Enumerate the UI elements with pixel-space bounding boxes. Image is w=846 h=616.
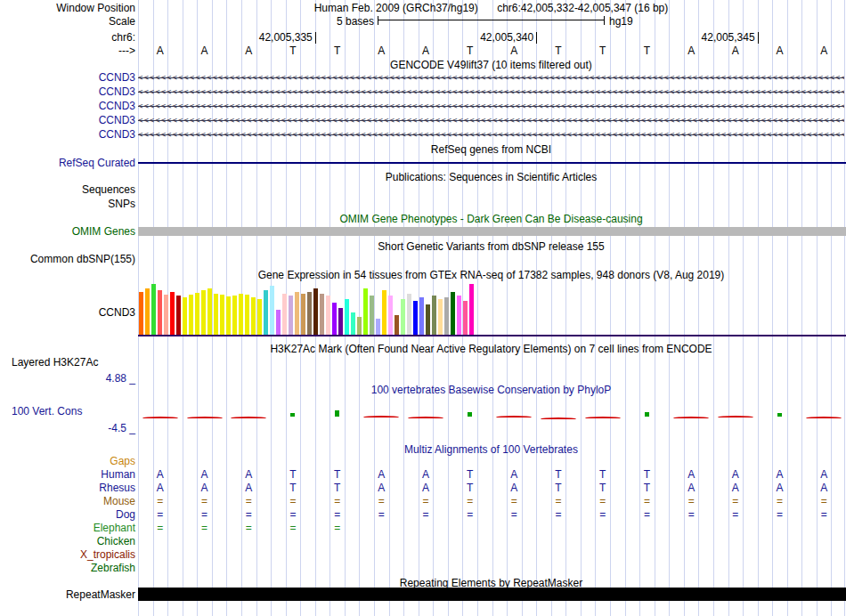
multiz-alignment-cell: T bbox=[315, 468, 360, 481]
multiz-alignment-cell: = bbox=[315, 508, 360, 521]
multiz-alignment-cell: A bbox=[226, 468, 271, 481]
multiz-alignment-cell: = bbox=[315, 522, 360, 534]
multiz-alignment-cell: = bbox=[713, 508, 758, 521]
multiz-alignment-cell: A bbox=[403, 482, 448, 494]
multiz-alignment-cell: = bbox=[669, 495, 713, 507]
multiz-alignment-cell: = bbox=[625, 495, 670, 507]
multiz-alignment-cell: = bbox=[183, 522, 227, 534]
multiz-species-label[interactable]: Mouse bbox=[0, 495, 135, 507]
multiz-alignment-cell: = bbox=[758, 495, 802, 507]
multiz-alignment-cell: = bbox=[448, 508, 492, 521]
multiz-alignment[interactable]: GapsHumanAAATTAATATTTAAAARhesusAAATTAATA… bbox=[0, 0, 846, 616]
multiz-alignment-cell: = bbox=[448, 495, 492, 507]
multiz-alignment-cell: A bbox=[138, 482, 183, 494]
multiz-alignment-cell: T bbox=[625, 468, 670, 481]
repeatmasker-label[interactable]: RepeatMasker bbox=[0, 588, 135, 601]
multiz-alignment-cell: = bbox=[183, 508, 227, 521]
multiz-alignment-cell: = bbox=[492, 495, 537, 507]
multiz-alignment-cell: = bbox=[536, 495, 581, 507]
multiz-alignment-cell: = bbox=[271, 495, 315, 507]
multiz-alignment-cell: = bbox=[315, 495, 360, 507]
multiz-alignment-cell: T bbox=[271, 482, 315, 494]
multiz-alignment-cell: T bbox=[581, 482, 625, 494]
multiz-alignment-cell: A bbox=[183, 468, 227, 481]
multiz-alignment-cell: A bbox=[713, 482, 758, 494]
multiz-alignment-cell: = bbox=[625, 508, 670, 521]
multiz-species-label[interactable]: X_tropicalis bbox=[0, 548, 135, 561]
multiz-alignment-cell: = bbox=[226, 522, 271, 534]
multiz-alignment-cell: = bbox=[226, 508, 271, 521]
multiz-species-label[interactable]: Zebrafish bbox=[0, 562, 135, 574]
multiz-alignment-cell: A bbox=[492, 468, 537, 481]
multiz-alignment-cell: = bbox=[536, 508, 581, 521]
multiz-alignment-cell: T bbox=[315, 482, 360, 494]
multiz-alignment-cell: T bbox=[625, 482, 670, 494]
multiz-species-label[interactable]: Elephant bbox=[0, 522, 135, 534]
multiz-alignment-cell: A bbox=[801, 482, 846, 494]
multiz-alignment-cell: = bbox=[492, 508, 537, 521]
multiz-alignment-cell: A bbox=[403, 468, 448, 481]
multiz-alignment-cell: A bbox=[359, 482, 403, 494]
multiz-species-label[interactable]: Dog bbox=[0, 508, 135, 521]
multiz-alignment-cell: A bbox=[758, 482, 802, 494]
multiz-alignment-cell: A bbox=[669, 468, 713, 481]
multiz-alignment-cell: A bbox=[713, 468, 758, 481]
multiz-alignment-cell: = bbox=[138, 508, 183, 521]
multiz-alignment-cell: = bbox=[581, 508, 625, 521]
multiz-alignment-cell: A bbox=[359, 468, 403, 481]
multiz-alignment-cell: A bbox=[138, 468, 183, 481]
multiz-alignment-cell: = bbox=[669, 508, 713, 521]
multiz-alignment-cell: = bbox=[226, 495, 271, 507]
multiz-species-label[interactable]: Human bbox=[0, 468, 135, 481]
multiz-alignment-cell: A bbox=[226, 482, 271, 494]
multiz-alignment-cell: = bbox=[359, 495, 403, 507]
multiz-alignment-cell: T bbox=[536, 468, 581, 481]
multiz-alignment-cell: A bbox=[492, 482, 537, 494]
multiz-alignment-cell: A bbox=[801, 468, 846, 481]
multiz-alignment-cell: T bbox=[536, 482, 581, 494]
multiz-species-label[interactable]: Chicken bbox=[0, 535, 135, 547]
multiz-alignment-cell: T bbox=[448, 468, 492, 481]
multiz-alignment-cell: = bbox=[801, 495, 846, 507]
multiz-alignment-cell: T bbox=[271, 468, 315, 481]
multiz-species-label[interactable]: Gaps bbox=[0, 455, 135, 467]
multiz-alignment-cell: = bbox=[271, 508, 315, 521]
multiz-alignment-cell: = bbox=[183, 495, 227, 507]
multiz-alignment-cell: = bbox=[271, 522, 315, 534]
multiz-alignment-cell: A bbox=[183, 482, 227, 494]
multiz-alignment-cell: A bbox=[758, 468, 802, 481]
multiz-alignment-cell: = bbox=[403, 508, 448, 521]
multiz-alignment-cell: = bbox=[138, 495, 183, 507]
multiz-alignment-cell: = bbox=[801, 508, 846, 521]
genome-browser: Window Position Human Feb. 2009 (GRCh37/… bbox=[0, 0, 846, 616]
multiz-alignment-cell: = bbox=[359, 508, 403, 521]
multiz-alignment-cell: = bbox=[581, 495, 625, 507]
multiz-alignment-cell: T bbox=[581, 468, 625, 481]
multiz-alignment-cell: = bbox=[138, 522, 183, 534]
multiz-alignment-cell: A bbox=[669, 482, 713, 494]
multiz-alignment-cell: = bbox=[403, 495, 448, 507]
repeatmasker-item[interactable] bbox=[138, 588, 846, 601]
multiz-alignment-cell: T bbox=[448, 482, 492, 494]
multiz-alignment-cell: = bbox=[758, 508, 802, 521]
multiz-alignment-cell: = bbox=[713, 495, 758, 507]
multiz-species-label[interactable]: Rhesus bbox=[0, 482, 135, 494]
